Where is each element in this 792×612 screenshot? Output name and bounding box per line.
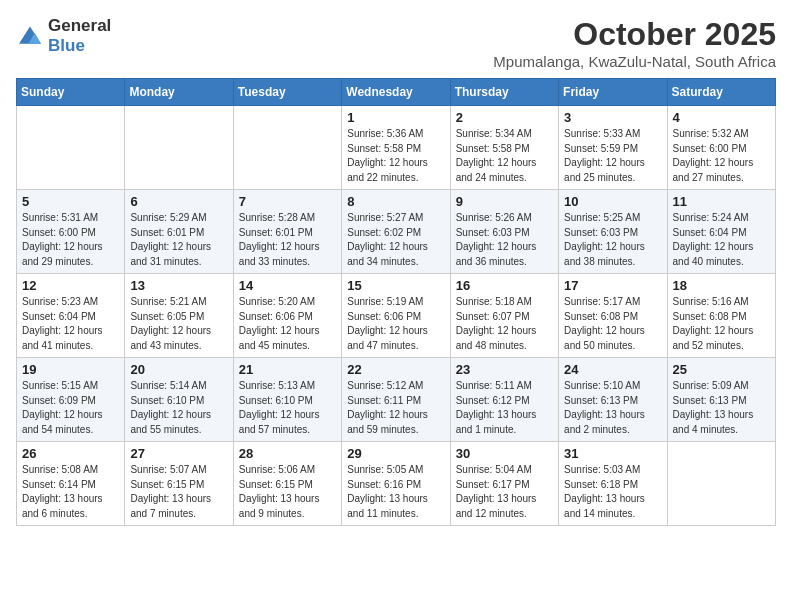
day-number: 10 (564, 194, 661, 209)
day-number: 12 (22, 278, 119, 293)
calendar-cell: 25Sunrise: 5:09 AM Sunset: 6:13 PM Dayli… (667, 358, 775, 442)
day-number: 7 (239, 194, 336, 209)
calendar-cell: 21Sunrise: 5:13 AM Sunset: 6:10 PM Dayli… (233, 358, 341, 442)
day-number: 22 (347, 362, 444, 377)
day-info: Sunrise: 5:33 AM Sunset: 5:59 PM Dayligh… (564, 127, 661, 185)
day-info: Sunrise: 5:16 AM Sunset: 6:08 PM Dayligh… (673, 295, 770, 353)
calendar-cell: 7Sunrise: 5:28 AM Sunset: 6:01 PM Daylig… (233, 190, 341, 274)
day-info: Sunrise: 5:23 AM Sunset: 6:04 PM Dayligh… (22, 295, 119, 353)
day-number: 20 (130, 362, 227, 377)
day-info: Sunrise: 5:19 AM Sunset: 6:06 PM Dayligh… (347, 295, 444, 353)
day-number: 16 (456, 278, 553, 293)
day-info: Sunrise: 5:09 AM Sunset: 6:13 PM Dayligh… (673, 379, 770, 437)
day-number: 23 (456, 362, 553, 377)
day-info: Sunrise: 5:21 AM Sunset: 6:05 PM Dayligh… (130, 295, 227, 353)
day-info: Sunrise: 5:17 AM Sunset: 6:08 PM Dayligh… (564, 295, 661, 353)
day-number: 5 (22, 194, 119, 209)
day-number: 29 (347, 446, 444, 461)
day-number: 6 (130, 194, 227, 209)
calendar-cell (667, 442, 775, 526)
day-info: Sunrise: 5:05 AM Sunset: 6:16 PM Dayligh… (347, 463, 444, 521)
calendar-cell: 8Sunrise: 5:27 AM Sunset: 6:02 PM Daylig… (342, 190, 450, 274)
calendar-week-1: 1Sunrise: 5:36 AM Sunset: 5:58 PM Daylig… (17, 106, 776, 190)
calendar-cell: 26Sunrise: 5:08 AM Sunset: 6:14 PM Dayli… (17, 442, 125, 526)
calendar-cell: 17Sunrise: 5:17 AM Sunset: 6:08 PM Dayli… (559, 274, 667, 358)
calendar-cell: 31Sunrise: 5:03 AM Sunset: 6:18 PM Dayli… (559, 442, 667, 526)
day-number: 13 (130, 278, 227, 293)
calendar-cell: 3Sunrise: 5:33 AM Sunset: 5:59 PM Daylig… (559, 106, 667, 190)
weekday-header-friday: Friday (559, 79, 667, 106)
weekday-header-wednesday: Wednesday (342, 79, 450, 106)
weekday-header-tuesday: Tuesday (233, 79, 341, 106)
day-info: Sunrise: 5:36 AM Sunset: 5:58 PM Dayligh… (347, 127, 444, 185)
calendar-cell: 19Sunrise: 5:15 AM Sunset: 6:09 PM Dayli… (17, 358, 125, 442)
calendar-cell: 11Sunrise: 5:24 AM Sunset: 6:04 PM Dayli… (667, 190, 775, 274)
weekday-header-row: SundayMondayTuesdayWednesdayThursdayFrid… (17, 79, 776, 106)
calendar-cell: 15Sunrise: 5:19 AM Sunset: 6:06 PM Dayli… (342, 274, 450, 358)
location-title: Mpumalanga, KwaZulu-Natal, South Africa (493, 53, 776, 70)
day-number: 17 (564, 278, 661, 293)
calendar-cell: 6Sunrise: 5:29 AM Sunset: 6:01 PM Daylig… (125, 190, 233, 274)
day-info: Sunrise: 5:04 AM Sunset: 6:17 PM Dayligh… (456, 463, 553, 521)
day-number: 31 (564, 446, 661, 461)
day-info: Sunrise: 5:34 AM Sunset: 5:58 PM Dayligh… (456, 127, 553, 185)
calendar-cell: 4Sunrise: 5:32 AM Sunset: 6:00 PM Daylig… (667, 106, 775, 190)
day-info: Sunrise: 5:12 AM Sunset: 6:11 PM Dayligh… (347, 379, 444, 437)
calendar-cell (125, 106, 233, 190)
day-number: 11 (673, 194, 770, 209)
day-info: Sunrise: 5:10 AM Sunset: 6:13 PM Dayligh… (564, 379, 661, 437)
day-number: 3 (564, 110, 661, 125)
logo: General Blue (16, 16, 111, 56)
calendar-cell (17, 106, 125, 190)
calendar-cell: 27Sunrise: 5:07 AM Sunset: 6:15 PM Dayli… (125, 442, 233, 526)
day-info: Sunrise: 5:07 AM Sunset: 6:15 PM Dayligh… (130, 463, 227, 521)
month-title: October 2025 (493, 16, 776, 53)
calendar-week-5: 26Sunrise: 5:08 AM Sunset: 6:14 PM Dayli… (17, 442, 776, 526)
day-info: Sunrise: 5:29 AM Sunset: 6:01 PM Dayligh… (130, 211, 227, 269)
day-number: 18 (673, 278, 770, 293)
day-info: Sunrise: 5:28 AM Sunset: 6:01 PM Dayligh… (239, 211, 336, 269)
day-info: Sunrise: 5:20 AM Sunset: 6:06 PM Dayligh… (239, 295, 336, 353)
weekday-header-saturday: Saturday (667, 79, 775, 106)
calendar-cell: 2Sunrise: 5:34 AM Sunset: 5:58 PM Daylig… (450, 106, 558, 190)
calendar-cell: 5Sunrise: 5:31 AM Sunset: 6:00 PM Daylig… (17, 190, 125, 274)
day-info: Sunrise: 5:27 AM Sunset: 6:02 PM Dayligh… (347, 211, 444, 269)
calendar-cell: 30Sunrise: 5:04 AM Sunset: 6:17 PM Dayli… (450, 442, 558, 526)
calendar-cell: 14Sunrise: 5:20 AM Sunset: 6:06 PM Dayli… (233, 274, 341, 358)
day-number: 15 (347, 278, 444, 293)
day-info: Sunrise: 5:06 AM Sunset: 6:15 PM Dayligh… (239, 463, 336, 521)
page-header: General Blue October 2025 Mpumalanga, Kw… (16, 16, 776, 70)
calendar-cell (233, 106, 341, 190)
day-info: Sunrise: 5:11 AM Sunset: 6:12 PM Dayligh… (456, 379, 553, 437)
day-number: 25 (673, 362, 770, 377)
weekday-header-monday: Monday (125, 79, 233, 106)
calendar-week-3: 12Sunrise: 5:23 AM Sunset: 6:04 PM Dayli… (17, 274, 776, 358)
day-number: 1 (347, 110, 444, 125)
calendar-cell: 20Sunrise: 5:14 AM Sunset: 6:10 PM Dayli… (125, 358, 233, 442)
calendar-cell: 29Sunrise: 5:05 AM Sunset: 6:16 PM Dayli… (342, 442, 450, 526)
day-number: 24 (564, 362, 661, 377)
logo-general: General (48, 16, 111, 35)
day-number: 8 (347, 194, 444, 209)
calendar-cell: 10Sunrise: 5:25 AM Sunset: 6:03 PM Dayli… (559, 190, 667, 274)
day-number: 27 (130, 446, 227, 461)
title-block: October 2025 Mpumalanga, KwaZulu-Natal, … (493, 16, 776, 70)
day-info: Sunrise: 5:14 AM Sunset: 6:10 PM Dayligh… (130, 379, 227, 437)
calendar-week-4: 19Sunrise: 5:15 AM Sunset: 6:09 PM Dayli… (17, 358, 776, 442)
day-info: Sunrise: 5:03 AM Sunset: 6:18 PM Dayligh… (564, 463, 661, 521)
logo-blue: Blue (48, 36, 85, 55)
day-info: Sunrise: 5:31 AM Sunset: 6:00 PM Dayligh… (22, 211, 119, 269)
calendar-cell: 12Sunrise: 5:23 AM Sunset: 6:04 PM Dayli… (17, 274, 125, 358)
calendar-cell: 9Sunrise: 5:26 AM Sunset: 6:03 PM Daylig… (450, 190, 558, 274)
weekday-header-thursday: Thursday (450, 79, 558, 106)
day-info: Sunrise: 5:26 AM Sunset: 6:03 PM Dayligh… (456, 211, 553, 269)
calendar-cell: 23Sunrise: 5:11 AM Sunset: 6:12 PM Dayli… (450, 358, 558, 442)
day-info: Sunrise: 5:24 AM Sunset: 6:04 PM Dayligh… (673, 211, 770, 269)
day-number: 4 (673, 110, 770, 125)
calendar-cell: 28Sunrise: 5:06 AM Sunset: 6:15 PM Dayli… (233, 442, 341, 526)
day-number: 14 (239, 278, 336, 293)
day-info: Sunrise: 5:32 AM Sunset: 6:00 PM Dayligh… (673, 127, 770, 185)
calendar-cell: 13Sunrise: 5:21 AM Sunset: 6:05 PM Dayli… (125, 274, 233, 358)
day-info: Sunrise: 5:13 AM Sunset: 6:10 PM Dayligh… (239, 379, 336, 437)
weekday-header-sunday: Sunday (17, 79, 125, 106)
